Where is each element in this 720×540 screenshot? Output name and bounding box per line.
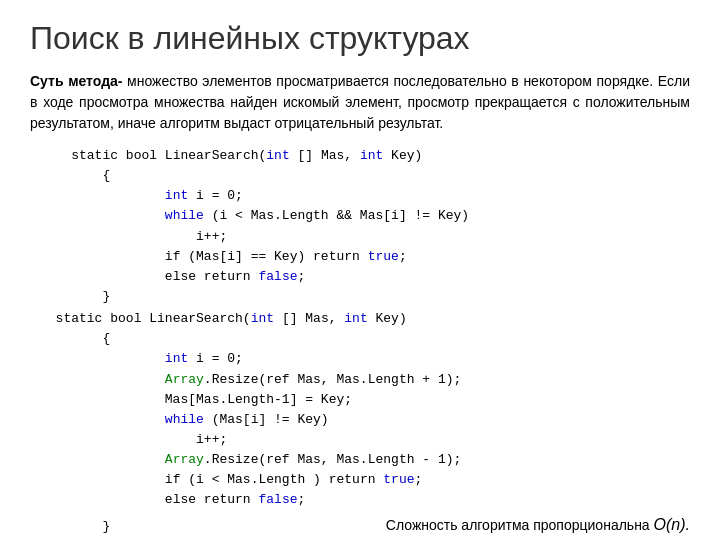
description-bold: Суть метода- bbox=[30, 73, 122, 89]
code1-line-1: static bool LinearSearch(int [] Mas, int… bbox=[40, 146, 690, 166]
code2-line-7: i++; bbox=[40, 430, 690, 450]
code-block-2: static bool LinearSearch(int [] Mas, int… bbox=[30, 309, 690, 537]
code1-line-4: while (i < Mas.Length && Mas[i] != Key) bbox=[40, 206, 690, 226]
code2-line-1: static bool LinearSearch(int [] Mas, int… bbox=[40, 309, 690, 329]
code2-line-2: { bbox=[40, 329, 690, 349]
code1-line-8: } bbox=[40, 287, 690, 307]
description-text: Суть метода- множество элементов просмат… bbox=[30, 71, 690, 134]
code2-closing-brace: } bbox=[40, 517, 110, 537]
code1-line-7: else return false; bbox=[40, 267, 690, 287]
complexity-label: Сложность алгоритма пропорциональна bbox=[386, 517, 650, 533]
code1-line-2: { bbox=[40, 166, 690, 186]
complexity-text: Сложность алгоритма пропорциональна O(n)… bbox=[386, 513, 690, 538]
footer-row: } Сложность алгоритма пропорциональна O(… bbox=[40, 513, 690, 538]
code2-line-6: while (Mas[i] != Key) bbox=[40, 410, 690, 430]
code-block-1: static bool LinearSearch(int [] Mas, int… bbox=[30, 146, 690, 307]
code2-line-10: else return false; bbox=[40, 490, 690, 510]
code1-line-3: int i = 0; bbox=[40, 186, 690, 206]
page-title: Поиск в линейных структурах bbox=[30, 20, 690, 57]
description-body: множество элементов просматривается посл… bbox=[30, 73, 690, 131]
code1-line-6: if (Mas[i] == Key) return true; bbox=[40, 247, 690, 267]
code2-line-4: Array.Resize(ref Mas, Mas.Length + 1); bbox=[40, 370, 690, 390]
code2-line-8: Array.Resize(ref Mas, Mas.Length - 1); bbox=[40, 450, 690, 470]
code2-line-5: Mas[Mas.Length-1] = Key; bbox=[40, 390, 690, 410]
code2-line-9: if (i < Mas.Length ) return true; bbox=[40, 470, 690, 490]
page: Поиск в линейных структурах Суть метода-… bbox=[0, 0, 720, 540]
code1-line-5: i++; bbox=[40, 227, 690, 247]
code2-line-3: int i = 0; bbox=[40, 349, 690, 369]
complexity-on: O(n). bbox=[654, 516, 690, 533]
